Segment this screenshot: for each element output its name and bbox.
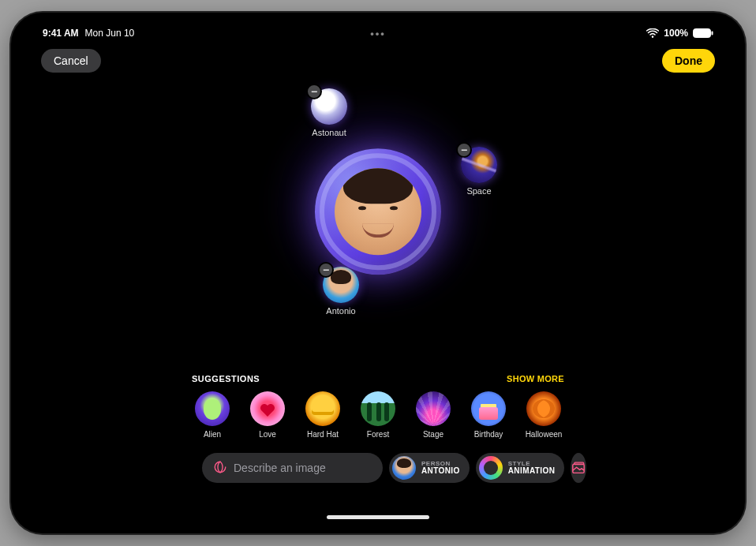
suggestion-alien[interactable]: Alien — [189, 391, 236, 439]
suggestion-stage[interactable]: Stage — [410, 391, 457, 439]
person-chip-text: PERSON ANTONIO — [421, 461, 460, 476]
svg-point-0 — [652, 36, 653, 37]
suggestions-section: SUGGESTIONS SHOW MORE Alien Love Hard Ha… — [19, 374, 737, 439]
remove-space-button[interactable]: − — [456, 142, 472, 158]
remove-astronaut-button[interactable]: − — [306, 84, 322, 99]
ipad-device: 9:41 AM Mon Jun 10 ••• 100% Cancel Done — [11, 13, 745, 533]
prompt-row: PERSON ANTONIO STYLE ANIMATION — [19, 453, 737, 483]
forest-icon — [361, 391, 395, 426]
multitasking-dots-icon[interactable]: ••• — [370, 28, 386, 39]
style-swatch-icon — [479, 456, 503, 480]
svg-rect-4 — [574, 462, 584, 464]
suggestions-header: SUGGESTIONS SHOW MORE — [189, 374, 567, 383]
concept-bubble-antonio[interactable]: − Antonio — [323, 267, 359, 303]
done-button[interactable]: Done — [662, 49, 715, 73]
suggestion-label: Alien — [204, 430, 221, 439]
suggestion-label: Forest — [367, 430, 389, 439]
svg-rect-1 — [694, 29, 711, 38]
cancel-button[interactable]: Cancel — [41, 49, 101, 73]
main-preview-bubble[interactable] — [315, 148, 441, 275]
suggestion-forest[interactable]: Forest — [354, 391, 402, 439]
style-chip[interactable]: STYLE ANIMATION — [476, 453, 565, 483]
suggestion-label: Love — [259, 430, 276, 439]
person-avatar-icon — [392, 456, 416, 480]
suggestion-love[interactable]: Love — [244, 391, 291, 439]
person-chip-value: ANTONIO — [421, 467, 460, 476]
remove-antonio-button[interactable]: − — [318, 262, 334, 278]
suggestion-birthday[interactable]: Birthday — [465, 391, 512, 439]
concept-label: Antonio — [326, 306, 355, 316]
concept-label: Astonaut — [312, 128, 346, 137]
show-more-button[interactable]: SHOW MORE — [507, 374, 564, 383]
suggestion-label: Halloween — [526, 430, 563, 439]
love-icon — [250, 391, 285, 426]
wifi-icon — [646, 28, 659, 38]
suggestion-halloween[interactable]: Halloween — [520, 391, 567, 439]
face-illustration — [335, 168, 421, 255]
birthday-icon — [471, 391, 506, 426]
stage-icon — [416, 391, 451, 426]
style-chip-value: ANIMATION — [508, 467, 556, 476]
suggestions-row: Alien Love Hard Hat Forest Stage — [189, 391, 567, 439]
prompt-input[interactable] — [234, 462, 372, 474]
photo-library-icon — [571, 462, 586, 474]
alien-icon — [195, 391, 230, 426]
screen: 9:41 AM Mon Jun 10 ••• 100% Cancel Done — [19, 21, 737, 525]
status-date: Mon Jun 10 — [85, 28, 135, 39]
suggestion-label: Hard Hat — [307, 430, 339, 439]
concept-bubble-astronaut[interactable]: − Astonaut — [311, 88, 347, 125]
hardhat-icon — [305, 391, 340, 426]
canvas: − Astonaut − Space − Antonio — [19, 84, 737, 360]
person-chip[interactable]: PERSON ANTONIO — [389, 453, 470, 483]
battery-percentage: 100% — [664, 28, 688, 39]
status-right: 100% — [646, 28, 713, 39]
suggestion-label: Birthday — [474, 430, 503, 439]
suggestion-hardhat[interactable]: Hard Hat — [299, 391, 346, 439]
suggestions-title: SUGGESTIONS — [192, 374, 260, 383]
concept-label: Space — [466, 186, 491, 196]
status-left: 9:41 AM Mon Jun 10 — [43, 28, 134, 39]
top-buttons: Cancel Done — [19, 49, 737, 73]
style-chip-text: STYLE ANIMATION — [508, 461, 556, 476]
suggestion-label: Stage — [423, 430, 443, 439]
battery-icon — [693, 28, 713, 38]
concept-bubble-space[interactable]: − Space — [461, 147, 497, 183]
status-time: 9:41 AM — [43, 28, 79, 39]
svg-rect-2 — [712, 32, 713, 36]
halloween-icon — [526, 391, 561, 426]
prompt-input-wrapper[interactable] — [202, 453, 383, 483]
home-indicator[interactable] — [327, 515, 429, 519]
status-bar: 9:41 AM Mon Jun 10 ••• 100% — [19, 25, 737, 41]
photo-library-button[interactable] — [571, 453, 586, 483]
playground-icon — [213, 460, 227, 477]
